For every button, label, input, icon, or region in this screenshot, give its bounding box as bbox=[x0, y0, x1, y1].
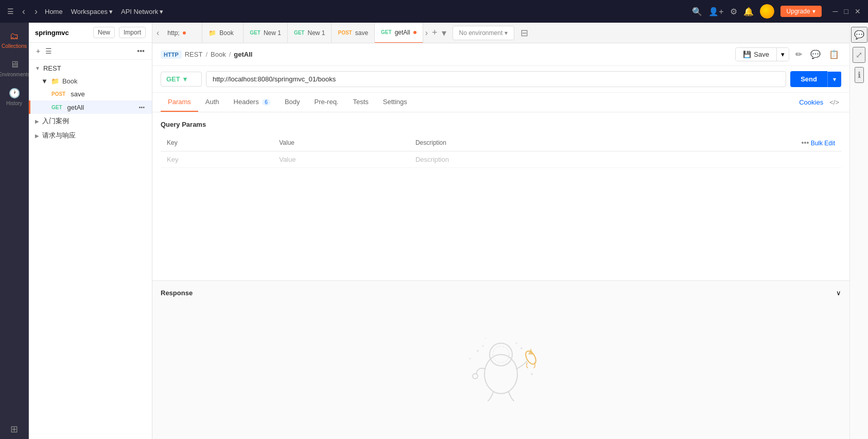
tab-new1[interactable]: GET New 1 bbox=[244, 23, 288, 43]
bulk-edit-btn[interactable]: Bulk Edit bbox=[811, 140, 835, 147]
edit-btn[interactable]: ✏ bbox=[793, 47, 804, 61]
tab-new2[interactable]: GET New 1 bbox=[288, 23, 332, 43]
col-key-header: Key bbox=[161, 134, 273, 151]
back-button[interactable]: ‹ bbox=[19, 5, 28, 18]
col-value-header: Value bbox=[273, 134, 409, 151]
tab-tests[interactable]: Tests bbox=[345, 93, 375, 112]
item-more-btn[interactable]: ••• bbox=[137, 103, 146, 111]
breadcrumb-sep1: / bbox=[205, 50, 207, 58]
value-input-cell[interactable]: Value bbox=[273, 151, 409, 168]
tab-getall[interactable]: GET getAll bbox=[375, 23, 423, 43]
environment-selector[interactable]: No environment ▾ bbox=[453, 26, 515, 40]
svg-point-12 bbox=[485, 337, 486, 339]
tab-save-label: save bbox=[355, 29, 368, 37]
home-link[interactable]: Home bbox=[45, 8, 63, 15]
breadcrumb-rest[interactable]: REST bbox=[185, 50, 203, 58]
desc-input-cell[interactable]: Description bbox=[409, 151, 625, 168]
tab-prereq[interactable]: Pre-req. bbox=[307, 93, 346, 112]
add-collection-btn[interactable]: + bbox=[35, 46, 41, 56]
tab-headers[interactable]: Headers 6 bbox=[227, 93, 277, 112]
add-tab-btn[interactable]: + bbox=[430, 27, 440, 38]
tab-save[interactable]: POST save bbox=[332, 23, 375, 43]
tab-http[interactable]: http; bbox=[161, 23, 202, 43]
astronaut-illustration bbox=[455, 317, 547, 410]
filter-btn[interactable]: ☰ bbox=[44, 46, 53, 56]
comment-btn[interactable]: 💬 bbox=[808, 47, 823, 61]
workspaces-menu[interactable]: Workspaces ▾ bbox=[71, 8, 113, 15]
search-icon[interactable]: 🔍 bbox=[692, 7, 702, 16]
cookies-link[interactable]: Cookies bbox=[799, 98, 823, 106]
tab-prev-btn[interactable]: ‹ bbox=[154, 28, 161, 38]
book-folder-label: Book bbox=[62, 77, 78, 85]
history-label: History bbox=[6, 100, 22, 106]
sidebar-item-more[interactable]: ⊞ bbox=[0, 419, 28, 439]
req-res-folder[interactable]: ▶ 请求与响应 bbox=[29, 128, 152, 143]
url-bar: GET ▾ Send ▾ bbox=[152, 66, 849, 93]
code-toggle-btn[interactable]: </> bbox=[827, 96, 841, 108]
import-button[interactable]: Import bbox=[119, 27, 146, 38]
env-chevron-icon: ▾ bbox=[505, 29, 508, 37]
breadcrumb-actions: 💾 Save ▾ ✏ 💬 📋 bbox=[735, 47, 841, 61]
book-folder[interactable]: ▼ 📁 Book bbox=[29, 75, 152, 88]
tab-settings[interactable]: Settings bbox=[376, 93, 414, 112]
chevron-down-icon: ▼ bbox=[35, 65, 40, 71]
more-icon: ⊞ bbox=[10, 424, 18, 435]
send-button[interactable]: Send bbox=[790, 71, 827, 87]
get-getall-item[interactable]: GET getAll ••• bbox=[29, 100, 152, 114]
intro-folder[interactable]: ▶ 入门案例 bbox=[29, 114, 152, 128]
sidebar-icons: 🗂 Collections 🖥 Environments 🕐 History ⊞ bbox=[0, 23, 29, 439]
params-section: Query Params Key Value Description ••• B… bbox=[152, 112, 849, 280]
getall-label: getAll bbox=[67, 104, 84, 111]
resize-panel-btn[interactable]: ⤢ bbox=[853, 47, 865, 63]
avatar[interactable] bbox=[760, 4, 774, 19]
rest-folder[interactable]: ▼ REST bbox=[29, 62, 152, 75]
tab-auth[interactable]: Auth bbox=[198, 93, 227, 112]
response-chevron-icon: ∨ bbox=[836, 289, 841, 297]
tab-params[interactable]: Params bbox=[161, 93, 198, 112]
upgrade-button[interactable]: Upgrade ▾ bbox=[780, 6, 822, 17]
settings-icon[interactable]: ⚙ bbox=[730, 7, 737, 16]
minimize-button[interactable]: ─ bbox=[832, 6, 839, 16]
post-save-label: save bbox=[71, 90, 84, 98]
forward-button[interactable]: › bbox=[31, 5, 41, 18]
env-label: No environment bbox=[459, 29, 503, 37]
url-input[interactable] bbox=[206, 71, 786, 87]
window-controls: ─ □ ✕ bbox=[832, 6, 862, 16]
tab-folder-icon: 📁 bbox=[209, 29, 216, 37]
close-button[interactable]: ✕ bbox=[854, 6, 862, 16]
intro-folder-label: 入门案例 bbox=[42, 116, 69, 126]
api-network-menu[interactable]: API Network ▾ bbox=[121, 8, 163, 15]
tab-next-btn[interactable]: › bbox=[423, 28, 430, 38]
new-button[interactable]: New bbox=[93, 27, 115, 38]
tab-more-btn[interactable]: ▾ bbox=[440, 27, 448, 39]
sidebar-item-collections[interactable]: 🗂 Collections bbox=[0, 27, 28, 53]
layout-btn[interactable]: ⊟ bbox=[518, 27, 530, 39]
maximize-button[interactable]: □ bbox=[843, 6, 849, 16]
more-options-icon[interactable]: ••• bbox=[802, 139, 809, 147]
comments-panel-btn[interactable]: 💬 bbox=[851, 27, 867, 43]
hamburger-menu[interactable]: ☰ bbox=[6, 6, 15, 16]
send-dropdown-btn[interactable]: ▾ bbox=[827, 72, 841, 87]
folder-icon: 📁 bbox=[51, 77, 59, 85]
post-save-item[interactable]: POST save bbox=[29, 88, 152, 100]
save-dropdown-btn[interactable]: ▾ bbox=[776, 48, 789, 61]
breadcrumb-book[interactable]: Book bbox=[211, 50, 226, 58]
main-menu: Home Workspaces ▾ API Network ▾ bbox=[45, 8, 163, 15]
sidebar-item-history[interactable]: 🕐 History bbox=[0, 83, 28, 110]
svg-point-6 bbox=[477, 350, 479, 352]
sidebar-item-environments[interactable]: 🖥 Environments bbox=[0, 55, 28, 81]
tab-bar: ‹ http; 📁 Book GET New 1 GET New 1 POST … bbox=[152, 23, 849, 43]
save-button[interactable]: 💾 Save bbox=[736, 48, 776, 61]
info-btn[interactable]: 📋 bbox=[827, 47, 841, 61]
more-options-btn[interactable]: ••• bbox=[136, 46, 146, 56]
response-section: Response ∨ bbox=[152, 280, 849, 439]
notifications-icon[interactable]: 🔔 bbox=[743, 7, 754, 16]
tab-body[interactable]: Body bbox=[277, 93, 307, 112]
response-header[interactable]: Response ∨ bbox=[161, 289, 841, 297]
environments-icon: 🖥 bbox=[10, 59, 19, 70]
method-selector[interactable]: GET ▾ bbox=[161, 72, 202, 87]
key-input-cell[interactable]: Key bbox=[161, 151, 273, 168]
tab-book[interactable]: 📁 Book bbox=[202, 23, 244, 43]
invite-icon[interactable]: 👤+ bbox=[708, 7, 723, 16]
info-panel-btn[interactable]: ℹ bbox=[855, 67, 864, 83]
